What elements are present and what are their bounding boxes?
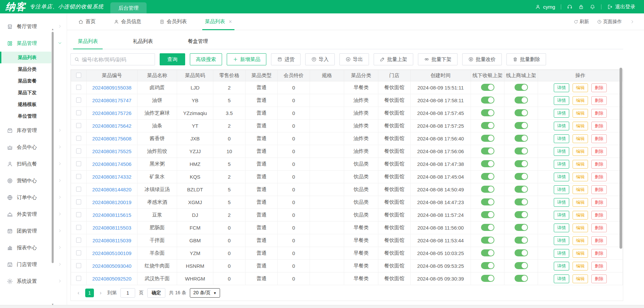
online-shelf-toggle[interactable] [515, 262, 528, 269]
edit-button[interactable]: 编辑 [573, 83, 588, 92]
delete-button[interactable]: 删除 [591, 109, 607, 118]
detail-button[interactable]: 详情 [554, 122, 569, 130]
sidebar-group-7[interactable]: 订单中心 [0, 189, 67, 206]
dish-id-link[interactable]: 20240805100109 [92, 250, 131, 256]
sidebar-subitem-4[interactable]: 菜品下发 [0, 87, 51, 99]
delete-button[interactable]: 删除 [591, 211, 607, 220]
edit-button[interactable]: 编辑 [573, 147, 588, 156]
delete-button[interactable]: 删除 [591, 274, 607, 283]
purchase-button[interactable]: 进货 [271, 53, 301, 65]
dish-id-link[interactable]: 20240808175747 [92, 98, 131, 103]
dish-id-link[interactable]: 20240808115615 [93, 212, 131, 218]
sidebar-group-1[interactable]: 餐厅管理 [0, 18, 67, 35]
edit-button[interactable]: 编辑 [573, 249, 588, 258]
goto-confirm-button[interactable]: 确定 [147, 288, 165, 298]
row-checkbox[interactable] [76, 136, 81, 141]
sidebar-group-6[interactable]: 营销中心 [0, 172, 67, 189]
export-button[interactable]: 导出 [339, 53, 369, 65]
dish-id-link[interactable]: 20240808175642 [92, 123, 131, 129]
offline-shelf-toggle[interactable] [481, 173, 494, 180]
sidebar-group-11[interactable]: 门店管理 [0, 256, 67, 273]
offline-shelf-toggle[interactable] [481, 160, 494, 167]
edit-button[interactable]: 编辑 [573, 211, 588, 220]
offline-shelf-toggle[interactable] [481, 147, 494, 155]
goto-page-input[interactable] [120, 288, 135, 298]
online-shelf-toggle[interactable] [515, 186, 528, 193]
row-checkbox[interactable] [76, 250, 81, 255]
dish-id-link[interactable]: 20240808115503 [93, 225, 131, 231]
detail-button[interactable]: 详情 [554, 173, 569, 181]
online-shelf-toggle[interactable] [515, 97, 528, 104]
user-menu[interactable]: cymg [535, 4, 555, 10]
offline-shelf-toggle[interactable] [481, 109, 494, 116]
sidebar-group-9[interactable]: 团购管理 [0, 223, 67, 239]
detail-button[interactable]: 详情 [554, 224, 569, 232]
offline-shelf-toggle[interactable] [481, 198, 494, 205]
delete-button[interactable]: 删除 [591, 83, 607, 92]
subtab-2[interactable]: 礼品列表 [128, 38, 158, 49]
dish-id-link[interactable]: 20240808175525 [92, 148, 131, 154]
batch-delete-button[interactable]: 批量删除 [506, 53, 546, 65]
table-scrollbar[interactable] [620, 68, 622, 249]
scroll-up-icon[interactable]: ▲ [51, 28, 54, 31]
sidebar-subitem-5[interactable]: 规格模板 [0, 99, 51, 110]
edit-button[interactable]: 编辑 [573, 198, 588, 207]
sidebar-group-4[interactable]: 会员中心 [0, 139, 67, 156]
detail-button[interactable]: 详情 [554, 211, 569, 220]
delete-button[interactable]: 删除 [591, 249, 607, 258]
current-page-button[interactable]: 1 [85, 289, 94, 297]
import-button[interactable]: 导入 [305, 53, 335, 65]
offline-shelf-toggle[interactable] [481, 211, 494, 218]
offline-shelf-toggle[interactable] [481, 84, 494, 91]
detail-button[interactable]: 详情 [554, 198, 569, 207]
search-button[interactable]: 查询 [160, 53, 185, 65]
online-shelf-toggle[interactable] [515, 198, 528, 205]
online-shelf-toggle[interactable] [515, 249, 528, 256]
detail-button[interactable]: 详情 [554, 134, 569, 143]
detail-button[interactable]: 详情 [554, 236, 569, 245]
dish-id-link[interactable]: 20240808174506 [92, 161, 131, 167]
offline-shelf-toggle[interactable] [481, 186, 494, 193]
tab-4[interactable]: 菜品列表× [205, 13, 232, 30]
online-shelf-toggle[interactable] [515, 275, 528, 282]
edit-button[interactable]: 编辑 [573, 236, 588, 245]
sidebar-subitem-3[interactable]: 菜品套餐 [0, 75, 51, 87]
row-checkbox[interactable] [76, 276, 81, 281]
edit-button[interactable]: 编辑 [573, 122, 588, 130]
row-checkbox[interactable] [76, 174, 81, 179]
edit-button[interactable]: 编辑 [573, 160, 588, 169]
nav-tab-admin[interactable]: 后台管理 [110, 2, 147, 13]
online-shelf-toggle[interactable] [515, 122, 528, 129]
offline-shelf-toggle[interactable] [481, 275, 494, 282]
row-checkbox[interactable] [76, 148, 81, 153]
edit-button[interactable]: 编辑 [573, 185, 588, 194]
row-checkbox[interactable] [76, 263, 81, 268]
sidebar-subitem-6[interactable]: 单位管理 [0, 110, 51, 122]
search-input[interactable] [82, 57, 151, 62]
delete-button[interactable]: 删除 [591, 236, 607, 245]
logout-button[interactable]: 退出登录 [607, 4, 635, 10]
row-checkbox[interactable] [76, 212, 81, 217]
delete-button[interactable]: 删除 [591, 224, 607, 232]
detail-button[interactable]: 详情 [554, 249, 569, 258]
sidebar-group-12[interactable]: 系统设置 [0, 273, 67, 290]
online-shelf-toggle[interactable] [515, 160, 528, 167]
delete-button[interactable]: 删除 [591, 198, 607, 207]
online-shelf-toggle[interactable] [515, 147, 528, 155]
dish-id-link[interactable]: 20240808175726 [92, 110, 131, 116]
offline-shelf-toggle[interactable] [481, 224, 494, 231]
add-dish-button[interactable]: 新增菜品 [227, 53, 266, 65]
dish-id-link[interactable]: 20240805092520 [92, 276, 131, 282]
detail-button[interactable]: 详情 [554, 274, 569, 283]
edit-button[interactable]: 编辑 [573, 109, 588, 118]
online-shelf-toggle[interactable] [515, 109, 528, 116]
detail-button[interactable]: 详情 [554, 83, 569, 92]
next-page-button[interactable]: › [98, 290, 104, 296]
row-checkbox[interactable] [76, 98, 81, 103]
batch-on-shelf-button[interactable]: 批量上架 [374, 53, 413, 65]
delete-button[interactable]: 删除 [591, 147, 607, 156]
refresh-button[interactable]: 刷新 [574, 19, 589, 25]
row-checkbox[interactable] [76, 199, 81, 204]
dish-id-link[interactable]: 20240808115039 [93, 238, 131, 243]
row-checkbox[interactable] [76, 123, 81, 128]
